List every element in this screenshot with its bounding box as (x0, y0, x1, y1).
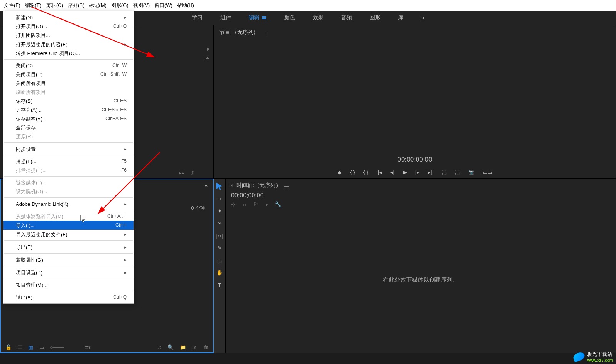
add-marker-icon[interactable]: { } (363, 169, 368, 175)
file-menu-item-22: 设为脱机(O)... (3, 187, 134, 196)
watermark: 极光下载站 www.xz7.com (573, 351, 613, 362)
automate-icon[interactable]: ⎌ (158, 344, 161, 350)
timeline-snap-icon[interactable]: ⊹ (231, 201, 236, 207)
collapse-up-icon[interactable] (206, 57, 209, 59)
timeline-title: 时间轴:（无序列） (236, 182, 281, 189)
clear-icon[interactable]: 🗑 (203, 344, 208, 350)
ws-tab-edit-label: 编辑 (249, 14, 259, 21)
play-icon[interactable]: ▶ (403, 169, 407, 175)
new-bin-icon[interactable]: 📁 (180, 344, 186, 350)
file-menu-item-38[interactable]: 退出(X)Ctrl+Q (3, 293, 134, 302)
project-item-count: 0 个项 (191, 205, 205, 212)
export-frame-icon[interactable]: 📷 (468, 169, 474, 175)
mark-out-icon[interactable]: { } (350, 169, 355, 175)
tool-track-select[interactable]: ⇢ (215, 194, 224, 203)
timeline-close-icon[interactable]: × (230, 182, 233, 189)
file-menu-item-32[interactable]: 获取属性(G) (3, 255, 134, 264)
ws-tab-graphics[interactable]: 图形 (368, 13, 382, 22)
source-play-icon[interactable]: ▸▸ (179, 170, 184, 176)
menu-graphics[interactable]: 图形(G) (109, 0, 131, 10)
menu-file[interactable]: 文件(F) (2, 0, 23, 10)
new-item-icon[interactable]: 🗎 (192, 344, 197, 350)
go-to-in-icon[interactable]: |◂ (378, 169, 382, 175)
file-menu-item-2[interactable]: 打开团队项目... (3, 31, 134, 40)
main-menubar: 文件(F) 编辑(E) 剪辑(C) 序列(S) 标记(M) 图形(G) 视图(V… (0, 0, 616, 11)
file-menu-item-1[interactable]: 打开项目(O)...Ctrl+O (3, 22, 134, 31)
mark-in-icon[interactable]: ◆ (338, 169, 341, 175)
extract-icon[interactable]: ⬚ (455, 169, 460, 175)
tool-type[interactable]: T (215, 281, 224, 289)
ws-tab-overflow[interactable]: » (420, 14, 426, 22)
file-menu-item-12[interactable]: 保存副本(Y)...Ctrl+Alt+S (3, 114, 134, 123)
file-menu-item-19: 批量捕捉(B)...F6 (3, 166, 134, 175)
file-menu-item-3[interactable]: 打开最近使用的内容(E) (3, 40, 134, 49)
file-menu-item-7[interactable]: 关闭项目(P)Ctrl+Shift+W (3, 70, 134, 79)
source-export-icon[interactable]: ⤴ (191, 170, 194, 176)
menu-clip[interactable]: 剪辑(C) (44, 0, 65, 10)
timeline-drop-message: 在此处放下媒体以创建序列。 (226, 276, 616, 284)
menu-window[interactable]: 窗口(W) (152, 0, 175, 10)
program-title: 节目:（无序列） (219, 29, 259, 36)
step-forward-icon[interactable]: |▸ (415, 169, 419, 175)
ws-tab-effects[interactable]: 效果 (311, 13, 325, 22)
file-menu-item-30[interactable]: 导出(E) (3, 242, 134, 252)
timeline-magnet-icon[interactable]: ∩ (243, 201, 246, 207)
icon-view-icon[interactable]: ▦ (28, 344, 33, 350)
file-menu-item-0[interactable]: 新建(N) (3, 13, 134, 22)
tool-razor[interactable]: ✂ (215, 219, 224, 227)
menu-sequence[interactable]: 序列(S) (65, 0, 87, 10)
tool-slip[interactable]: |↔| (215, 231, 224, 240)
tool-rectangle[interactable]: ⬚ (215, 256, 224, 264)
find-icon[interactable]: 🔍 (167, 344, 174, 350)
file-menu-item-4[interactable]: 转换 Premiere Clip 项目(C)... (3, 49, 134, 58)
ws-tab-edit[interactable]: 编辑 (247, 13, 268, 22)
ws-tab-audio[interactable]: 音频 (340, 13, 353, 22)
tool-selection[interactable] (215, 182, 224, 190)
file-menu-item-24[interactable]: Adobe Dynamic Link(K) (3, 199, 134, 209)
ws-tab-assembly[interactable]: 组件 (219, 13, 233, 22)
list-view-icon[interactable]: ☰ (18, 344, 22, 350)
ws-tab-learn[interactable]: 学习 (190, 13, 204, 22)
freeform-view-icon[interactable]: ▭ (39, 344, 44, 350)
file-menu-item-18[interactable]: 捕捉(T)...F5 (3, 157, 134, 166)
program-panel-menu-icon[interactable] (262, 30, 266, 34)
expand-right-icon[interactable] (207, 47, 209, 51)
tool-ripple[interactable]: ✦ (215, 207, 224, 215)
app-footer (0, 353, 616, 364)
file-menu-item-13[interactable]: 全部保存 (3, 123, 134, 132)
file-menu-item-10[interactable]: 保存(S)Ctrl+S (3, 97, 134, 105)
timeline-settings-icon[interactable]: 🔧 (275, 201, 281, 207)
file-menu-item-11[interactable]: 另存为(A)...Ctrl+Shift+S (3, 105, 134, 114)
tool-pen[interactable]: ✎ (215, 244, 224, 252)
lock-icon[interactable]: 🔓 (5, 344, 12, 350)
file-menu-item-9: 刷新所有项目 (3, 88, 134, 97)
menu-help[interactable]: 帮助(H) (175, 0, 196, 10)
file-menu-item-6[interactable]: 关闭(C)Ctrl+W (3, 61, 134, 70)
menu-marker[interactable]: 标记(M) (87, 0, 109, 10)
ws-tab-libraries[interactable]: 库 (397, 13, 405, 22)
timeline-link-icon[interactable]: ⚐ (253, 201, 258, 207)
sort-icon[interactable]: ≡▾ (85, 344, 91, 350)
project-bottombar: 🔓 ☰ ▦ ▭ ○─── ≡▾ ⎌ 🔍 📁 🗎 🗑 (1, 342, 213, 352)
menu-view[interactable]: 视图(V) (131, 0, 152, 10)
go-to-out-icon[interactable]: ▸| (428, 169, 432, 175)
menu-edit[interactable]: 编辑(E) (23, 0, 44, 10)
ws-tab-color[interactable]: 颜色 (283, 13, 296, 22)
lift-icon[interactable]: ⬚ (442, 169, 447, 175)
file-menu-item-8[interactable]: 关闭所有项目 (3, 79, 134, 88)
tool-hand[interactable]: ✋ (215, 268, 224, 277)
timeline-panel-menu-icon[interactable] (284, 184, 289, 187)
file-menu-item-28[interactable]: 导入最近使用的文件(F) (3, 230, 134, 239)
timeline-panel: × 时间轴:（无序列） 00;00;00;00 ⊹ ∩ ⚐ ▾ 🔧 在此处放下媒… (225, 179, 616, 353)
file-menu-item-27[interactable]: 导入(I)...Ctrl+I (3, 221, 134, 230)
file-menu-item-36[interactable]: 项目管理(M)... (3, 281, 134, 289)
file-menu-item-16[interactable]: 同步设置 (3, 144, 134, 154)
watermark-url: www.xz7.com (587, 358, 613, 362)
project-tabs-overflow[interactable]: » (204, 183, 208, 189)
watermark-logo-icon (572, 351, 586, 362)
zoom-slider[interactable]: ○─── (50, 344, 64, 350)
file-menu-item-34[interactable]: 项目设置(P) (3, 268, 134, 277)
step-back-icon[interactable]: ◂| (390, 169, 394, 175)
comparison-view-icon[interactable]: ▭▭ (483, 169, 492, 175)
timeline-markers-icon[interactable]: ▾ (265, 201, 268, 207)
